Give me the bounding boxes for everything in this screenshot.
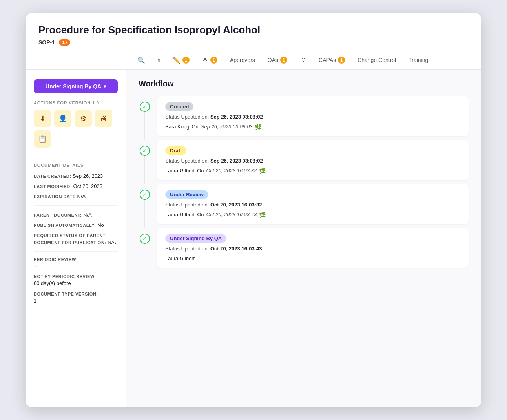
action-on-label: On [191,124,198,130]
toolbar-training[interactable]: Training [403,52,434,69]
leaf-icon: 🌿 [259,212,266,218]
toolbar-print[interactable]: 🖨 [294,52,312,69]
toolbar-change-control[interactable]: Change Control [352,52,401,69]
user-action: Laura Gilbert On Oct 20, 2023 16:03:43 🌿 [165,212,461,218]
detail-last-modified: LAST MODIFIED: Oct 20, 2023 [34,183,118,190]
capas-badge: 1 [338,57,345,64]
change-control-label: Change Control [357,57,396,63]
action-date: Oct 20, 2023 16:03:43 [206,212,257,217]
toolbar-qas[interactable]: QAs 1 [262,52,293,69]
print-button[interactable]: 🖨 [95,110,112,127]
user-link[interactable]: Laura Gilbert [165,212,195,217]
capas-label: CAPAs [319,57,336,63]
detail-value-periodic-review: -- [34,263,118,268]
workflow-item: ✓CreatedStatus Updated on: Sep 26, 2023 … [139,96,469,140]
version-badge: 0.2 [59,39,70,46]
detail-label-doc-type-version: DOCUMENT TYPE VERSION: [34,292,98,296]
leaf-icon: 🌿 [259,168,266,174]
status-updated-text: Status Updated on: Oct 20, 2023 16:03:32 [165,202,461,208]
detail-value-expiration: N/A [77,194,86,199]
doc-subtitle: SOP-1 0.2 [38,39,469,46]
user-button[interactable]: 👤 [54,110,71,127]
action-date: Sep 26, 2023 03:08:03 [201,124,253,130]
user-link[interactable]: Laura Gilbert [165,256,195,261]
view-icon: 👁 [202,57,208,64]
edit-icon: ✏️ [173,57,181,64]
training-label: Training [409,57,428,63]
divider-2 [34,205,118,206]
status-updated-text: Status Updated on: Oct 20, 2023 16:03:43 [165,246,461,252]
detail-label-expiration: EXPIRATION DATE [34,194,77,199]
detail-expiration: EXPIRATION DATE N/A [34,193,118,200]
toolbar-search[interactable]: 🔍 [132,52,151,69]
divider-1 [34,157,118,157]
toolbar-edit[interactable]: ✏️ 1 [167,52,195,69]
timeline-col: ✓ [139,96,151,140]
download-button[interactable]: ⬇ [34,110,51,127]
check-icon: ✓ [140,234,150,244]
workflow-card: Under ReviewStatus Updated on: Oct 20, 2… [157,184,469,224]
detail-date-created: DATE CREATED: Sep 26, 2023 [34,172,118,179]
qas-badge: 1 [280,57,287,64]
detail-value-notify-review: 60 day(s) before [34,280,118,286]
toolbar-info[interactable]: ℹ [152,52,166,69]
user-action: Laura Gilbert [165,256,461,261]
approvers-label: Approvers [230,57,255,63]
detail-label-date-created: DATE CREATED: [34,174,73,179]
workflow-item: ✓Under Signing By QAStatus Updated on: O… [139,228,469,272]
timeline-line [144,156,145,184]
detail-value-last-modified: Oct 20, 2023 [73,183,102,189]
toolbar: 🔍 ℹ ✏️ 1 👁 1 Approvers QAs 1 🖨 [26,52,481,70]
details-section-title: DOCUMENT DETAILS [34,163,118,168]
user-link[interactable]: Sara Kong [165,124,189,130]
timeline-col: ✓ [139,184,151,228]
workflow-card: CreatedStatus Updated on: Sep 26, 2023 0… [157,96,469,136]
settings-button[interactable]: ⚙ [75,110,92,127]
detail-value-parent-doc: N/A [83,212,92,218]
status-updated-text: Status Updated on: Sep 26, 2023 03:08:02 [165,158,461,164]
detail-required-status: REQUIRED STATUS OF PARENT DOCUMENT FOR P… [34,232,118,246]
timeline-col: ✓ [139,228,151,272]
info-icon: ℹ [158,57,160,64]
user-action: Sara Kong On Sep 26, 2023 03:08:03 🌿 [165,124,461,130]
detail-label-publish: PUBLISH AUTOMATICALLY: [34,223,97,228]
status-tag: Created [165,102,193,111]
app-window: Procedure for Specification Isopropyl Al… [26,13,481,407]
copy-button[interactable]: 📋 [34,130,51,148]
user-link[interactable]: Laura Gilbert [165,168,195,173]
detail-label-periodic-review: PERIODIC REVIEW [34,257,118,262]
workflow-card: DraftStatus Updated on: Sep 26, 2023 03:… [157,140,469,180]
workflow-item: ✓DraftStatus Updated on: Sep 26, 2023 03… [139,140,469,184]
toolbar-capas[interactable]: CAPAs 1 [313,52,350,69]
workflow-item: ✓Under ReviewStatus Updated on: Oct 20, … [139,184,469,228]
timeline-line [144,112,145,140]
sop-label: SOP-1 [38,39,55,46]
action-on-label: On [197,168,204,173]
toolbar-view[interactable]: 👁 1 [197,52,223,69]
leaf-icon: 🌿 [255,124,261,130]
timeline-col: ✓ [139,140,151,184]
workflow-list: ✓CreatedStatus Updated on: Sep 26, 2023 … [139,96,469,272]
status-tag: Under Review [165,190,208,199]
toolbar-approvers[interactable]: Approvers [224,52,261,69]
document-header: Procedure for Specification Isopropyl Al… [26,13,481,70]
detail-doc-type-version: DOCUMENT TYPE VERSION: 1 [34,290,118,304]
main-layout: Under Signing By QA ▾ ACTIONS FOR VERSIO… [26,70,481,407]
workflow-title: Workflow [139,79,469,88]
detail-label-notify-review: NOTIFY PERIODIC REVIEW [34,274,95,279]
status-button-label: Under Signing By QA [46,83,101,89]
status-updated-text: Status Updated on: Sep 26, 2023 03:08:02 [165,114,461,120]
detail-notify-review: NOTIFY PERIODIC REVIEW 60 day(s) before [34,272,118,286]
edit-badge: 1 [182,57,190,64]
check-icon: ✓ [140,146,150,156]
detail-value-date-created: Sep 26, 2023 [73,173,103,179]
check-icon: ✓ [140,102,150,112]
divider-3 [34,251,118,252]
action-on-label: On [197,212,204,217]
detail-parent-doc: PARENT DOCUMENT: N/A [34,211,118,218]
detail-value-required-status: N/A [108,239,116,245]
status-button[interactable]: Under Signing By QA ▾ [34,79,118,93]
actions-section-title: ACTIONS FOR VERSION 1.0 [34,100,118,105]
status-tag: Draft [165,146,186,155]
content-area: Workflow ✓CreatedStatus Updated on: Sep … [126,70,481,407]
